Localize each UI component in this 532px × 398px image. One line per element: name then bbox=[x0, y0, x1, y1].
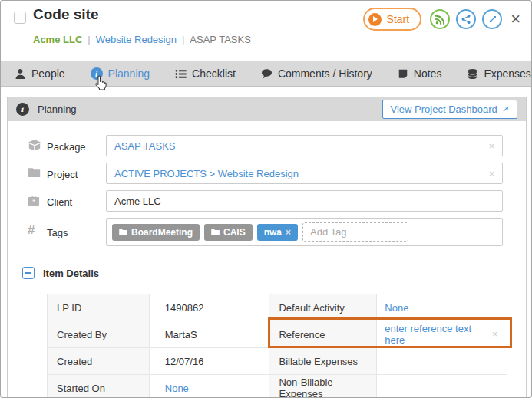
package-input[interactable]: ASAP TASKS × bbox=[106, 135, 503, 156]
comment-icon bbox=[261, 68, 273, 80]
billable-expenses-label: Billable Expenses bbox=[269, 348, 377, 375]
tab-checklist[interactable]: Checklist bbox=[175, 67, 236, 80]
client-input[interactable]: Acme LLC bbox=[106, 190, 503, 212]
clear-reference-icon[interactable]: × bbox=[492, 329, 497, 340]
clear-project-icon[interactable]: × bbox=[488, 168, 494, 179]
tag-chip[interactable]: CAIS bbox=[204, 224, 253, 241]
reference-value[interactable]: enter reference text here bbox=[385, 323, 492, 346]
table-row: LP ID 1490862 Default Activity None bbox=[48, 294, 507, 321]
hash-icon: # bbox=[28, 222, 35, 238]
play-icon bbox=[368, 13, 382, 26]
tab-notes-label: Notes bbox=[414, 67, 442, 80]
tab-bar: People i Planning Checklist bbox=[1, 61, 531, 87]
start-button[interactable]: Start bbox=[363, 8, 422, 31]
note-icon bbox=[398, 68, 408, 79]
folder-icon bbox=[28, 167, 41, 178]
header-actions: Start bbox=[363, 8, 520, 31]
info-icon: i bbox=[16, 103, 29, 116]
breadcrumb-separator: | bbox=[88, 34, 90, 45]
page-title: Code site bbox=[33, 6, 99, 23]
reference-label: Reference bbox=[269, 321, 377, 348]
tab-comments-history[interactable]: Comments / History bbox=[261, 67, 372, 80]
breadcrumb-separator: | bbox=[182, 34, 184, 45]
item-details-table: LP ID 1490862 Default Activity None Crea… bbox=[47, 294, 507, 398]
non-billable-expenses-value bbox=[377, 375, 507, 398]
panel-title: Planning bbox=[38, 104, 77, 115]
created-by-value: MartaS bbox=[149, 321, 269, 348]
expand-button[interactable] bbox=[482, 9, 502, 29]
tag-chip[interactable]: nwa × bbox=[257, 224, 298, 241]
item-details-title: Item Details bbox=[43, 268, 99, 279]
billable-expenses-value bbox=[377, 348, 507, 375]
person-icon bbox=[15, 68, 26, 80]
table-row: Created 12/07/16 Billable Expenses bbox=[48, 348, 507, 375]
tab-people-label: People bbox=[31, 67, 65, 80]
reference-cell[interactable]: enter reference text here × bbox=[377, 321, 507, 348]
started-on-label: Started On bbox=[48, 375, 150, 398]
tab-expenses[interactable]: Expenses bbox=[467, 67, 530, 80]
start-button-label: Start bbox=[387, 13, 410, 25]
project-field-label: Project bbox=[47, 169, 78, 180]
clear-package-icon[interactable]: × bbox=[488, 140, 494, 152]
task-checkbox[interactable] bbox=[14, 12, 26, 24]
project-input[interactable]: ACTIVE PROJECTS > Website Redesign × bbox=[106, 163, 503, 184]
track-time-button[interactable] bbox=[430, 9, 450, 29]
breadcrumb: Acme LLC|Website Redesign|ASAP TASKS bbox=[33, 34, 251, 45]
share-button[interactable] bbox=[456, 9, 476, 29]
tab-comments-history-label: Comments / History bbox=[278, 67, 372, 80]
breadcrumb-client[interactable]: Acme LLC bbox=[33, 34, 82, 45]
add-tag-input[interactable]: Add Tag bbox=[302, 222, 408, 242]
project-value[interactable]: ACTIVE PROJECTS > Website Redesign bbox=[114, 168, 299, 179]
tag-label: CAIS bbox=[223, 227, 246, 238]
view-project-dashboard-button[interactable]: View Project Dashboard ↗ bbox=[382, 100, 517, 119]
tag-label: BoardMeeting bbox=[131, 227, 193, 238]
tab-people[interactable]: People bbox=[15, 67, 65, 80]
planning-panel-header: i Planning View Project Dashboard ↗ bbox=[8, 97, 526, 121]
package-field-label: Package bbox=[47, 141, 86, 153]
lp-id-label: LP ID bbox=[48, 294, 150, 321]
default-activity-label: Default Activity bbox=[269, 294, 377, 321]
planning-panel: i Planning View Project Dashboard ↗ Pack… bbox=[7, 97, 527, 397]
tab-notes[interactable]: Notes bbox=[398, 67, 442, 80]
breadcrumb-project[interactable]: Website Redesign bbox=[96, 34, 177, 45]
tab-checklist-label: Checklist bbox=[192, 67, 236, 80]
briefcase-icon bbox=[28, 194, 40, 206]
info-icon: i bbox=[91, 67, 103, 80]
started-on-value[interactable]: None bbox=[149, 375, 269, 398]
checklist-icon bbox=[175, 68, 187, 80]
view-project-dashboard-label: View Project Dashboard bbox=[391, 104, 497, 115]
remove-tag-icon[interactable]: × bbox=[286, 227, 291, 238]
share-icon bbox=[461, 14, 471, 25]
tag-chip[interactable]: BoardMeeting bbox=[112, 224, 200, 241]
created-value: 12/07/16 bbox=[149, 348, 269, 375]
non-billable-expenses-label: Non-Billable Expenses bbox=[269, 375, 377, 398]
folder-icon bbox=[211, 229, 220, 235]
lp-id-value: 1490862 bbox=[149, 294, 269, 321]
table-row: Started On None Non-Billable Expenses bbox=[48, 375, 507, 398]
tab-planning-label: Planning bbox=[108, 67, 150, 80]
task-detail-dialog: Code site Acme LLC|Website Redesign|ASAP… bbox=[0, 0, 532, 398]
database-icon bbox=[467, 68, 478, 80]
tab-expenses-label: Expenses bbox=[484, 67, 530, 80]
created-label: Created bbox=[48, 348, 150, 375]
tab-planning[interactable]: i Planning bbox=[91, 67, 150, 80]
expand-icon bbox=[487, 15, 497, 25]
package-icon bbox=[28, 139, 41, 151]
tags-field-label: Tags bbox=[47, 227, 68, 238]
table-row: Created By MartaS Reference enter refere… bbox=[48, 321, 507, 348]
client-field-label: Client bbox=[47, 196, 72, 208]
package-value[interactable]: ASAP TASKS bbox=[114, 140, 176, 152]
created-by-label: Created By bbox=[48, 321, 150, 348]
folder-icon bbox=[119, 229, 127, 235]
tag-label: nwa bbox=[264, 227, 282, 238]
tags-input[interactable]: BoardMeeting CAIS nwa × Add Tag bbox=[106, 218, 503, 246]
broadcast-icon bbox=[435, 14, 446, 25]
default-activity-value[interactable]: None bbox=[377, 294, 507, 321]
external-link-arrow-icon: ↗ bbox=[502, 104, 509, 114]
collapse-section-icon[interactable] bbox=[22, 267, 35, 279]
close-icon[interactable]: × bbox=[511, 11, 520, 28]
breadcrumb-package[interactable]: ASAP TASKS bbox=[190, 34, 251, 45]
client-value[interactable]: Acme LLC bbox=[114, 196, 161, 207]
item-details-section-header: Item Details bbox=[22, 267, 99, 279]
